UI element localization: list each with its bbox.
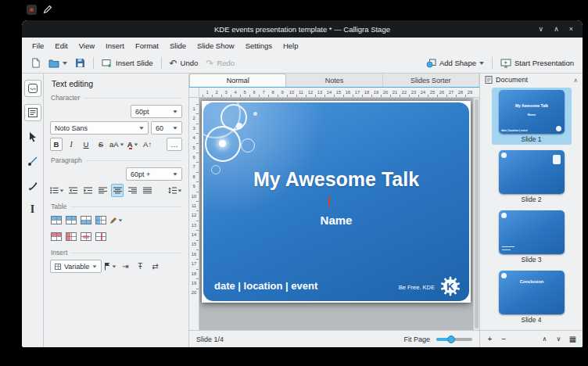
insert-table-button[interactable]	[50, 214, 63, 227]
flag-icon	[104, 262, 111, 271]
menu-format[interactable]: Format	[130, 40, 164, 52]
slide-title-text[interactable]: My Awesome Talk	[203, 168, 469, 191]
insert-column-button[interactable]	[95, 214, 107, 227]
menu-help[interactable]: Help	[278, 40, 304, 52]
bold-button[interactable]: B	[50, 138, 63, 151]
add-slide-button[interactable]: +	[484, 333, 496, 345]
font-family-combo[interactable]: Noto Sans	[50, 121, 149, 135]
delete-row-button[interactable]	[50, 230, 63, 243]
insert-special-character-button[interactable]: Ŧ	[134, 260, 146, 273]
slide-thumbnail-4[interactable]: ConclusionSlide 4	[492, 268, 572, 325]
align-left-button[interactable]	[96, 184, 109, 197]
underline-button[interactable]: U	[80, 138, 92, 151]
slide-footer-text[interactable]: date | location | event	[214, 280, 317, 292]
titlebar[interactable]: KDE events presentation template * — Cal…	[22, 20, 583, 38]
new-document-button[interactable]	[27, 56, 45, 70]
calligraphy-pen-icon	[27, 180, 38, 191]
insert-row-above-button[interactable]	[65, 214, 77, 227]
open-document-button[interactable]	[45, 57, 71, 70]
delete-column-button[interactable]	[65, 230, 77, 243]
menu-view[interactable]: View	[74, 40, 100, 52]
grow-font-button[interactable]: A↑	[142, 138, 154, 151]
insert-row-below-button[interactable]	[80, 214, 92, 227]
add-shape-button[interactable]: Add Shape	[422, 57, 488, 70]
slide-background: My Awesome Talk Name date | location | e…	[203, 102, 469, 301]
insert-slide-button[interactable]: Insert Slide	[98, 57, 157, 70]
line-spacing-button[interactable]	[168, 184, 182, 197]
merge-cells-button[interactable]	[80, 230, 92, 243]
slide-thumbnail-2[interactable]: Slide 2	[492, 148, 572, 205]
insert-tab-button[interactable]: ⇥	[119, 260, 131, 273]
decrease-indent-button[interactable]	[66, 184, 79, 197]
shape-properties-tool[interactable]	[24, 104, 41, 121]
zoom-mode-label[interactable]: Fit Page	[403, 336, 430, 343]
change-case-button[interactable]: aA	[109, 138, 124, 151]
scrollbar-thumb[interactable]	[475, 99, 479, 328]
start-presentation-label: Start Presentation	[514, 59, 574, 67]
insert-bookmark-button[interactable]	[104, 260, 117, 273]
character-style-combo[interactable]: 60pt	[131, 105, 182, 118]
vertical-ruler-numbers: 1234567891011121314151617181920	[189, 104, 199, 298]
delete-slide-button[interactable]: −	[498, 333, 510, 345]
table-border-pen-button[interactable]	[109, 214, 123, 227]
menu-settings[interactable]: Settings	[240, 40, 278, 52]
kde-logo-icon	[501, 213, 507, 218]
slide-editor[interactable]: My Awesome Talk Name date | location | e…	[202, 101, 471, 303]
canvas-vertical-scrollbar[interactable]	[473, 98, 479, 330]
editor-center: NormalNotesSlides Sorter 123456789101112…	[189, 74, 479, 347]
slide-thumbnail-1[interactable]: My Awesome TalkNamedate | location | eve…	[492, 88, 572, 145]
align-justify-button[interactable]	[141, 184, 153, 197]
insert-variable-button[interactable]: Variable	[50, 260, 102, 273]
kde-logo-icon: K	[440, 276, 461, 296]
indent-icon	[84, 187, 92, 194]
slide-thumbnail-label: Slide 2	[494, 196, 569, 203]
move-slide-down-button[interactable]: ∨	[553, 333, 565, 345]
slide-thumbnail-3[interactable]: Slide 3	[492, 208, 572, 265]
text-editing-docker: Text editing Character 60pt Noto Sans 60	[44, 74, 189, 347]
align-center-button[interactable]	[111, 184, 124, 197]
increase-indent-button[interactable]	[81, 184, 94, 197]
font-color-button[interactable]: A	[127, 138, 139, 151]
minimize-button[interactable]: ∨	[539, 20, 544, 38]
tab-notes[interactable]: Notes	[286, 74, 382, 87]
tab-slides-sorter[interactable]: Slides Sorter	[383, 74, 479, 87]
menu-slide[interactable]: Slide	[164, 40, 192, 52]
italic-button[interactable]: I	[65, 138, 77, 151]
path-line-tool[interactable]	[24, 152, 41, 170]
list-style-button[interactable]	[50, 184, 64, 197]
zoom-slider-knob[interactable]	[447, 336, 455, 343]
chevron-down-icon	[134, 143, 138, 145]
font-size-combo[interactable]: 60	[151, 121, 182, 135]
close-button[interactable]: ×	[569, 20, 573, 38]
calligraphy-tool[interactable]	[24, 177, 41, 194]
shape-selection-tool[interactable]	[24, 80, 41, 97]
move-slide-up-button[interactable]: ∧	[539, 333, 550, 345]
split-cells-button[interactable]	[95, 230, 107, 243]
start-presentation-button[interactable]: Start Presentation	[497, 57, 578, 70]
zoom-slider[interactable]	[436, 338, 472, 341]
save-button[interactable]	[71, 56, 89, 70]
slide-canvas[interactable]: My Awesome Talk Name date | location | e…	[199, 98, 473, 330]
default-select-tool[interactable]	[24, 128, 41, 145]
strikethrough-button[interactable]: S	[95, 138, 107, 151]
undo-icon: ↶	[170, 59, 177, 68]
paragraph-style-combo[interactable]: 60pt +	[126, 167, 182, 181]
undo-button[interactable]: ↶ Undo	[166, 57, 203, 70]
slide-subtitle-text[interactable]: Name	[203, 214, 469, 227]
menu-edit[interactable]: Edit	[49, 40, 73, 52]
docker-collapse-button[interactable]: ∧	[574, 77, 579, 84]
redo-label: Redo	[217, 59, 235, 67]
align-right-button[interactable]	[126, 184, 138, 197]
align-left-icon	[99, 187, 107, 194]
menu-file[interactable]: File	[27, 40, 49, 52]
view-mode-grid-button[interactable]: ▦	[567, 333, 579, 345]
tab-normal[interactable]: Normal	[189, 74, 286, 87]
menu-insert[interactable]: Insert	[100, 40, 130, 52]
insert-slide-icon	[102, 59, 113, 68]
more-character-options-button[interactable]: …	[167, 138, 182, 151]
menu-slide-show[interactable]: Slide Show	[192, 40, 240, 52]
maximize-button[interactable]: ∧	[554, 20, 559, 38]
redo-button[interactable]: ↷ Redo	[202, 57, 238, 70]
text-tool[interactable]: I	[24, 201, 41, 218]
insert-index-button[interactable]: ⇄	[149, 260, 161, 273]
